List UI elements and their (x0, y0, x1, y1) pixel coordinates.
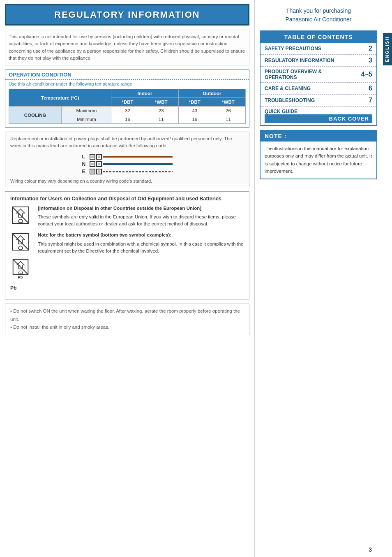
wire-l-label: L (82, 154, 90, 160)
outdoor-wbt-header: *WBT (211, 98, 245, 107)
right-panel: Thank you for purchasingPanasonic Air Co… (255, 0, 382, 557)
disposal-title: Information for Users on Collection and … (10, 196, 244, 202)
wiring-text: Replacement or installation of power plu… (10, 135, 244, 150)
wire-l-line (103, 156, 173, 158)
toc-item-product: PRODUCT OVERVIEW &OPERATIONS 4~5 (261, 67, 376, 83)
disposal-section1-title: [Information on Disposal in other Countr… (38, 205, 244, 212)
page-number: 3 (369, 546, 372, 553)
connector-l2 (96, 154, 102, 160)
intro-text: This appliance is not intended for use b… (5, 30, 249, 65)
toc-title: TABLE OF CONTENTS (261, 31, 376, 43)
connector-n2 (96, 161, 102, 167)
wire-l-row: L (82, 154, 173, 160)
indoor-wbt-header: *WBT (144, 98, 178, 107)
min-outdoor-wbt: 11 (211, 115, 245, 124)
toc-item-safety: SAFETY PRECAUTIONS 2 (261, 43, 376, 55)
disposal-text-1: [Information on Disposal in other Countr… (38, 205, 244, 228)
toc-label-safety: SAFETY PRECAUTIONS (265, 46, 365, 51)
toc-item-troubleshooting: TROUBLESHOOTING 7 (261, 95, 376, 107)
toc-label-care: CARE & CLEANING (265, 86, 365, 91)
max-outdoor-dbt: 43 (178, 107, 211, 115)
toc-item-regulatory: REGULATORY INFORMATION 3 (261, 55, 376, 67)
connector-e2 (96, 169, 102, 174)
wire-e-label: E (82, 169, 90, 174)
toc-label-troubleshooting: TROUBLESHOOTING (265, 97, 365, 103)
temperature-table: Temperature (°C) Indoor Outdoor *DBT *WB… (9, 89, 246, 124)
min-indoor-dbt: 16 (111, 115, 144, 124)
min-indoor-wbt: 11 (144, 115, 178, 124)
disposal-content-2: Pb Pb Note for the battery symbol (botto… (10, 232, 244, 291)
wire-e-row: E (82, 169, 173, 174)
disposal-icons-1 (10, 205, 33, 228)
toc-back-cover: BACK COVER (265, 114, 372, 123)
note-title: NOTE : (261, 131, 376, 142)
wire-n-row: N (82, 161, 173, 167)
min-label: Minimum (62, 115, 111, 124)
toc-page-product: 4~5 (361, 71, 372, 78)
connector-e1 (90, 169, 95, 174)
thank-you: Thank you for purchasingPanasonic Air Co… (260, 4, 377, 26)
operation-subtitle: Use this air conditioner under the follo… (5, 80, 249, 89)
operation-section: OPERATION CONDITION Use this air conditi… (5, 70, 249, 128)
disposal-icons-2: Pb Pb (10, 232, 33, 291)
wire-n-line (103, 163, 173, 165)
disposal-section2-text: This symbol might be used in combination… (38, 241, 243, 253)
note-box: NOTE : The illustrations in this manual … (260, 130, 377, 179)
recycle-icon-3: Pb (10, 258, 31, 280)
recycle-icon-1 (10, 205, 31, 227)
english-tab: ENGLISH (383, 33, 392, 65)
min-outdoor-dbt: 16 (178, 115, 211, 124)
note-body: The illustrations in this manual are for… (261, 142, 376, 179)
wiring-section: Replacement or installation of power plu… (5, 132, 249, 187)
connector-n1 (90, 161, 95, 167)
outdoor-dbt-header: *DBT (178, 98, 211, 107)
disposal-section: Information for Users on Collection and … (5, 191, 249, 300)
operation-title: OPERATION CONDITION (5, 70, 249, 80)
main-content: REGULATORY INFORMATION This appliance is… (0, 0, 255, 557)
recycle-icon-2 (10, 232, 31, 254)
indoor-header: Indoor (111, 89, 178, 98)
toc-label-regulatory: REGULATORY INFORMATION (265, 58, 365, 63)
toc-label-quick: QUICK GUIDE (265, 109, 297, 114)
bottom-notes: • Do not switch ON the unit when waxing … (5, 304, 249, 335)
bottom-note-2: • Do not install the unit in oily and sm… (10, 323, 244, 332)
pb-label: Pb (10, 285, 33, 291)
toc-item-quick: QUICK GUIDE BACK COVER (261, 107, 376, 125)
outdoor-header: Outdoor (178, 89, 245, 98)
disposal-section1-text: These symbols are only valid in the Euro… (38, 214, 236, 226)
wiring-note: Wiring colour may vary depending on a co… (10, 179, 244, 183)
indoor-dbt-header: *DBT (111, 98, 144, 107)
disposal-section2-title: Note for the battery symbol (bottom two … (38, 232, 244, 239)
max-indoor-dbt: 32 (111, 107, 144, 115)
page-wrapper: REGULATORY INFORMATION This appliance is… (0, 0, 392, 557)
cooling-mode: COOLING (9, 107, 62, 124)
max-label: Maximum (62, 107, 111, 115)
temp-header: Temperature (°C) (9, 89, 111, 107)
toc-page-regulatory: 3 (369, 57, 372, 64)
thank-you-text: Thank you for purchasingPanasonic Air Co… (285, 7, 351, 23)
wire-n-label: N (82, 161, 90, 167)
toc-item-care: CARE & CLEANING 6 (261, 83, 376, 95)
wiring-diagram: L N E (82, 154, 173, 174)
bottom-note-1: • Do not switch ON the unit when waxing … (10, 307, 244, 323)
toc-box: TABLE OF CONTENTS SAFETY PRECAUTIONS 2 R… (260, 30, 377, 126)
table-row: COOLING Maximum 32 23 43 26 (9, 107, 246, 115)
connector-l1 (90, 154, 95, 160)
toc-label-product: PRODUCT OVERVIEW &OPERATIONS (265, 69, 358, 80)
wire-e-line (103, 171, 173, 172)
disposal-content-1: [Information on Disposal in other Countr… (10, 205, 244, 228)
toc-page-safety: 2 (369, 45, 372, 52)
toc-page-troubleshooting: 7 (369, 97, 372, 104)
disposal-text-2: Note for the battery symbol (bottom two … (38, 232, 244, 291)
toc-page-care: 6 (369, 85, 372, 92)
max-indoor-wbt: 23 (144, 107, 178, 115)
svg-text:Pb: Pb (18, 276, 23, 280)
main-title: REGULATORY INFORMATION (5, 4, 249, 26)
max-outdoor-wbt: 26 (211, 107, 245, 115)
